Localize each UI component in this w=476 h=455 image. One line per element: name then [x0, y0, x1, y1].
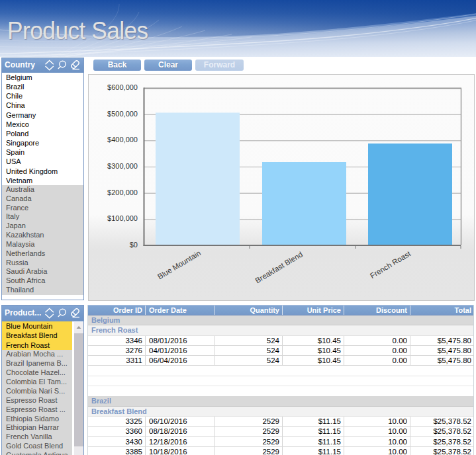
svg-text:$100,000: $100,000 — [107, 214, 138, 222]
svg-text:$500,000: $500,000 — [107, 110, 138, 118]
svg-text:$0: $0 — [130, 241, 138, 249]
svg-text:$200,000: $200,000 — [107, 188, 138, 196]
svg-text:$600,000: $600,000 — [107, 83, 138, 91]
svg-text:$400,000: $400,000 — [107, 136, 138, 144]
svg-text:$300,000: $300,000 — [107, 162, 138, 170]
